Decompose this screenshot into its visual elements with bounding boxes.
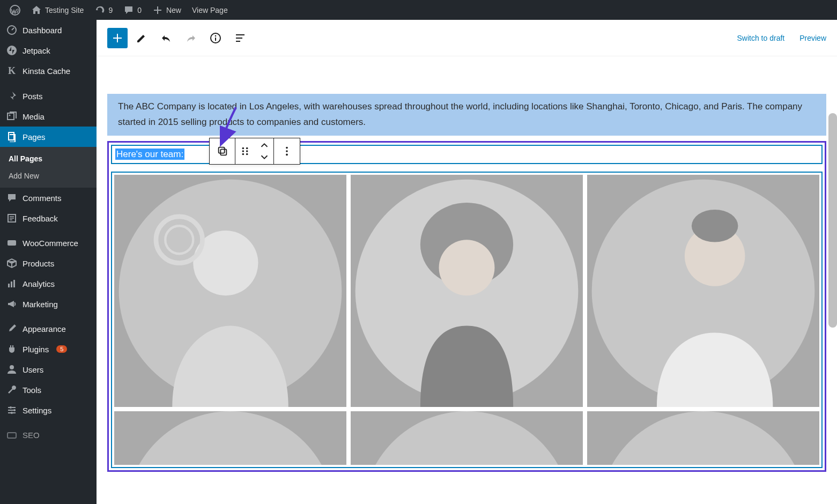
user-icon xyxy=(6,364,17,375)
sidebar-item-label: Kinsta Cache xyxy=(23,66,70,76)
comment-icon xyxy=(123,5,134,16)
submenu-all-pages[interactable]: All Pages xyxy=(0,150,97,167)
vertical-scrollbar[interactable] xyxy=(828,113,837,328)
wrench-icon xyxy=(6,384,17,395)
dashboard-icon xyxy=(6,25,17,35)
sidebar-item-appearance[interactable]: Appearance xyxy=(0,318,97,339)
outline-button[interactable] xyxy=(229,27,251,49)
sidebar-item-pages[interactable]: Pages xyxy=(0,127,97,147)
gallery-image-1[interactable] xyxy=(114,175,346,407)
gallery-image-6[interactable] xyxy=(587,411,819,465)
svg-point-31 xyxy=(692,210,738,242)
plugin-icon xyxy=(6,344,17,354)
sidebar-item-label: Settings xyxy=(23,406,51,415)
svg-point-2 xyxy=(7,46,17,55)
sidebar-item-label: SEO xyxy=(23,431,40,440)
sidebar-item-settings[interactable]: Settings xyxy=(0,400,97,420)
view-page-link[interactable]: View Page xyxy=(188,0,232,20)
svg-point-13 xyxy=(13,409,16,411)
add-block-button[interactable] xyxy=(107,28,128,48)
products-icon xyxy=(6,258,17,269)
list-view-icon xyxy=(234,32,247,45)
svg-rect-10 xyxy=(13,280,15,287)
preview-link[interactable]: Preview xyxy=(799,34,826,42)
chevron-up-icon xyxy=(258,139,270,151)
sidebar-item-seo[interactable]: SEO xyxy=(0,425,97,445)
details-button[interactable] xyxy=(205,27,226,49)
svg-point-44 xyxy=(242,153,245,155)
gallery-image-5[interactable] xyxy=(351,411,583,465)
move-updown[interactable] xyxy=(255,138,274,164)
svg-point-17 xyxy=(215,35,217,36)
updates-link[interactable]: 9 xyxy=(90,0,117,20)
redo-button[interactable] xyxy=(180,27,202,49)
svg-point-41 xyxy=(246,147,248,150)
sidebar-item-label: Products xyxy=(23,259,54,268)
svg-rect-18 xyxy=(215,38,216,41)
gallery-block[interactable] xyxy=(111,172,823,468)
sidebar-item-label: Jetpack xyxy=(23,46,50,55)
sidebar-item-posts[interactable]: Posts xyxy=(0,86,97,106)
svg-point-46 xyxy=(286,147,288,149)
wordpress-icon xyxy=(10,5,20,16)
plus-icon xyxy=(111,32,124,45)
site-name-link[interactable]: Testing Site xyxy=(27,0,88,20)
svg-rect-8 xyxy=(8,284,10,287)
sidebar-item-dashboard[interactable]: Dashboard xyxy=(0,20,97,40)
redo-icon xyxy=(184,32,197,45)
editor-toolbar: Switch to draft Preview xyxy=(97,20,837,56)
new-link[interactable]: New xyxy=(148,0,186,20)
person-image-icon xyxy=(587,411,819,465)
svg-rect-15 xyxy=(8,433,16,438)
analytics-icon xyxy=(6,278,17,289)
person-image-icon xyxy=(351,411,583,465)
editor-content: Switch to draft Preview The ABC Company … xyxy=(97,20,837,504)
sidebar-item-label: Marketing xyxy=(23,300,58,309)
switch-draft-link[interactable]: Switch to draft xyxy=(737,34,785,42)
sidebar-item-kinsta[interactable]: K Kinsta Cache xyxy=(0,61,97,81)
jetpack-icon xyxy=(6,45,17,56)
updates-count: 9 xyxy=(108,6,113,14)
person-image-icon xyxy=(587,175,819,407)
svg-point-11 xyxy=(10,365,14,369)
sidebar-item-analytics[interactable]: Analytics xyxy=(0,273,97,294)
gallery-image-3[interactable] xyxy=(587,175,819,407)
paragraph-block[interactable]: The ABC Company is located in Los Angele… xyxy=(107,94,826,136)
gallery-image-2[interactable] xyxy=(351,175,583,407)
svg-rect-9 xyxy=(11,281,12,287)
plugins-badge: 5 xyxy=(56,345,67,353)
team-label-text: Here's our team: xyxy=(115,149,184,160)
sidebar-item-feedback[interactable]: Feedback xyxy=(0,208,97,228)
sidebar-item-products[interactable]: Products xyxy=(0,253,97,273)
sidebar-item-media[interactable]: Media xyxy=(0,106,97,127)
block-options-button[interactable] xyxy=(274,138,300,164)
svg-point-4 xyxy=(9,115,11,116)
sidebar-item-label: Dashboard xyxy=(23,26,62,35)
svg-rect-39 xyxy=(220,149,226,155)
comments-link[interactable]: 0 xyxy=(119,0,146,20)
svg-rect-38 xyxy=(218,147,224,153)
sidebar-item-comments[interactable]: Comments xyxy=(0,188,97,208)
svg-point-27 xyxy=(439,240,495,295)
undo-button[interactable] xyxy=(155,27,177,49)
kinsta-icon: K xyxy=(6,65,17,77)
pages-icon xyxy=(6,131,17,142)
sidebar-item-marketing[interactable]: Marketing xyxy=(0,294,97,314)
edit-mode-button[interactable] xyxy=(131,27,152,49)
wp-logo[interactable] xyxy=(5,0,25,20)
svg-rect-3 xyxy=(8,113,14,120)
sidebar-item-jetpack[interactable]: Jetpack xyxy=(0,40,97,61)
sliders-icon xyxy=(6,405,17,416)
sidebar-item-woocommerce[interactable]: WooCommerce xyxy=(0,233,97,253)
sidebar-item-tools[interactable]: Tools xyxy=(0,380,97,400)
sidebar-item-plugins[interactable]: Plugins 5 xyxy=(0,339,97,359)
submenu-add-new[interactable]: Add New xyxy=(0,167,97,184)
feedback-icon xyxy=(6,213,17,224)
gallery-image-4[interactable] xyxy=(114,411,346,465)
admin-bar: Testing Site 9 0 New View Page xyxy=(0,0,837,20)
sidebar-item-users[interactable]: Users xyxy=(0,359,97,380)
svg-point-40 xyxy=(242,147,245,150)
svg-point-14 xyxy=(11,412,13,414)
svg-point-43 xyxy=(246,150,248,152)
selected-group[interactable]: Here's our team: xyxy=(107,141,826,472)
